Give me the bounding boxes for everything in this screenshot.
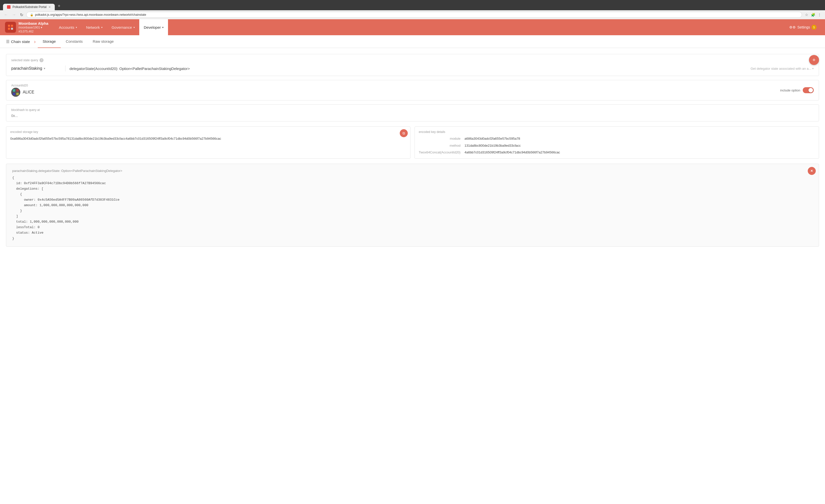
svg-rect-6	[16, 89, 19, 92]
encoded-details-grid: module a686a3043d0adcf2fa655e57bc595a78 …	[419, 136, 815, 155]
developer-label: Developer	[144, 25, 161, 29]
nav-network[interactable]: Network ▾	[81, 19, 107, 35]
browser-tab-active[interactable]: Polkadot/Substrate Portal ✕	[3, 4, 55, 10]
url-text: polkadot.js.org/apps/?rpc=wss://wss.api.…	[35, 13, 146, 16]
method-detail-label: method	[419, 143, 460, 148]
tab-storage[interactable]: Storage	[38, 35, 61, 48]
svg-rect-0	[8, 25, 10, 27]
chain-block: #3,075,462	[18, 30, 48, 34]
encoded-storage-label: encoded storage key	[10, 130, 406, 134]
chain-sub: moonbase/1901 ▾	[18, 26, 48, 30]
app-logo	[5, 22, 16, 33]
method-detail-value: 131da8bc800de21b19b3ba9ed33cfacc	[464, 143, 815, 148]
main-content: ☰ Chain state › Storage Constants Raw st…	[0, 35, 825, 504]
encoded-storage-box: encoded storage key 0xa686a3043d0adcf2fa…	[6, 127, 410, 159]
include-option-section: include option	[780, 87, 814, 93]
network-label: Network	[86, 25, 100, 29]
url-bar[interactable]: 🔒 polkadot.js.org/apps/?rpc=wss://wss.ap…	[26, 12, 802, 18]
module-dropdown-arrow: ▾	[44, 67, 45, 70]
tab-title: Polkadot/Substrate Portal	[12, 5, 47, 9]
governance-chevron: ▾	[134, 26, 135, 29]
svg-rect-1	[11, 25, 13, 27]
forward-button[interactable]: →	[11, 12, 17, 17]
browser-toolbar: ← → ↻ 🔒 polkadot.js.org/apps/?rpc=wss://…	[0, 10, 825, 19]
account-id-label: AccountId20	[11, 84, 34, 87]
network-chevron: ▾	[101, 26, 102, 29]
nav-developer[interactable]: Developer ▾	[139, 19, 168, 35]
lock-icon: 🔒	[30, 13, 33, 16]
account-left: AccountId20 ALICE	[11, 84, 34, 97]
method-display: delegatorState(AccountId20): Option<Pall…	[70, 67, 750, 71]
copy-icon: ⧉	[402, 131, 405, 136]
settings-label: Settings	[797, 25, 810, 29]
include-option-label: include option	[780, 88, 800, 92]
query-label: selected state query ?	[11, 58, 814, 62]
avatar	[11, 88, 20, 97]
account-name: ALICE	[23, 90, 34, 94]
gear-icon: ⚙⚙	[789, 25, 796, 29]
twox-detail-value: 4a6bb7c01d316509f24ff3a9cf04c71dbc94d0b5…	[464, 150, 815, 155]
module-select[interactable]: parachainStaking ▾	[11, 65, 61, 72]
star-icon[interactable]: ☆	[804, 12, 809, 17]
hamburger-icon: ☰	[6, 39, 9, 44]
nav-governance[interactable]: Governance ▾	[107, 19, 139, 35]
blockhash-section: blockhash to query at	[6, 104, 819, 121]
svg-rect-2	[8, 28, 10, 30]
puzzle-icon[interactable]: 🧩	[811, 12, 816, 17]
query-row: parachainStaking ▾ delegatorState(Accoun…	[11, 65, 814, 72]
close-result-button[interactable]: ×	[808, 167, 816, 175]
sub-nav: ☰ Chain state › Storage Constants Raw st…	[0, 35, 825, 48]
query-separator	[65, 66, 66, 72]
nav-accounts[interactable]: Accounts ▾	[54, 19, 81, 35]
query-section: selected state query ? parachainStaking …	[6, 54, 819, 76]
query-description: Get delegator state associated with an a…	[750, 67, 814, 71]
add-query-button[interactable]: +	[809, 55, 819, 65]
help-icon[interactable]: ?	[40, 58, 44, 62]
governance-label: Governance	[111, 25, 132, 29]
desc-chevron-icon: ▾	[812, 67, 814, 70]
browser-tabs: Polkadot/Substrate Portal ✕ +	[3, 2, 822, 10]
header-nav: Accounts ▾ Network ▾ Governance ▾ Develo…	[54, 19, 786, 35]
browser-toolbar-icons: ☆ 🧩 ⋮	[804, 12, 822, 17]
svg-rect-7	[13, 93, 15, 95]
blockhash-label: blockhash to query at	[11, 108, 814, 112]
settings-badge: 1	[812, 25, 817, 30]
result-title: parachainStaking.delegatorState: Option<…	[12, 169, 813, 173]
page-content: + selected state query ? parachainStakin…	[0, 48, 825, 253]
refresh-button[interactable]: ↻	[19, 12, 24, 18]
svg-rect-5	[13, 89, 15, 92]
svg-rect-8	[16, 93, 19, 95]
module-detail-label: module	[419, 136, 460, 141]
svg-point-4	[11, 88, 20, 97]
breadcrumb-arrow: ›	[34, 39, 36, 45]
encoded-key-details-label: encoded key details	[419, 130, 815, 134]
tab-constants[interactable]: Constants	[61, 35, 88, 48]
blockhash-input[interactable]	[11, 114, 814, 118]
encoded-storage-value: 0xa686a3043d0adcf2fa655e57bc595a78131da8…	[10, 136, 406, 141]
new-tab-button[interactable]: +	[55, 2, 63, 10]
result-section: parachainStaking.delegatorState: Option<…	[6, 164, 819, 247]
app-logo-text: Moonbase Alpha moonbase/1901 ▾ #3,075,46…	[18, 21, 48, 34]
close-icon: ×	[811, 169, 813, 173]
developer-chevron: ▾	[162, 26, 163, 29]
settings-button[interactable]: ⚙⚙ Settings 1	[786, 23, 820, 31]
breadcrumb-label: Chain state	[11, 35, 30, 48]
include-option-toggle[interactable]	[803, 87, 814, 93]
chain-name: Moonbase Alpha	[18, 21, 48, 26]
encoded-key-details-box: encoded key details module a686a3043d0ad…	[415, 127, 819, 159]
account-section: AccountId20 ALICE	[6, 80, 819, 100]
back-button[interactable]: ←	[3, 12, 9, 17]
encoded-grid: encoded storage key 0xa686a3043d0adcf2fa…	[6, 127, 819, 159]
twox-detail-label: Twox64Concat(AccountId20)	[419, 150, 460, 154]
copy-button[interactable]: ⧉	[400, 129, 408, 137]
app-logo-section: Moonbase Alpha moonbase/1901 ▾ #3,075,46…	[5, 21, 48, 34]
tab-raw-storage[interactable]: Raw storage	[88, 35, 119, 48]
header-right: ⚙⚙ Settings 1	[786, 23, 820, 31]
browser-chrome: Polkadot/Substrate Portal ✕ +	[0, 0, 825, 10]
svg-rect-3	[11, 28, 13, 30]
menu-icon[interactable]: ⋮	[817, 12, 822, 17]
result-code: { id: 0xf24FF3a9CF04c71Dbc94D0b566f7A27B…	[12, 175, 813, 241]
accounts-label: Accounts	[59, 25, 74, 29]
module-name: parachainStaking	[11, 66, 42, 71]
tab-close-button[interactable]: ✕	[49, 5, 51, 9]
